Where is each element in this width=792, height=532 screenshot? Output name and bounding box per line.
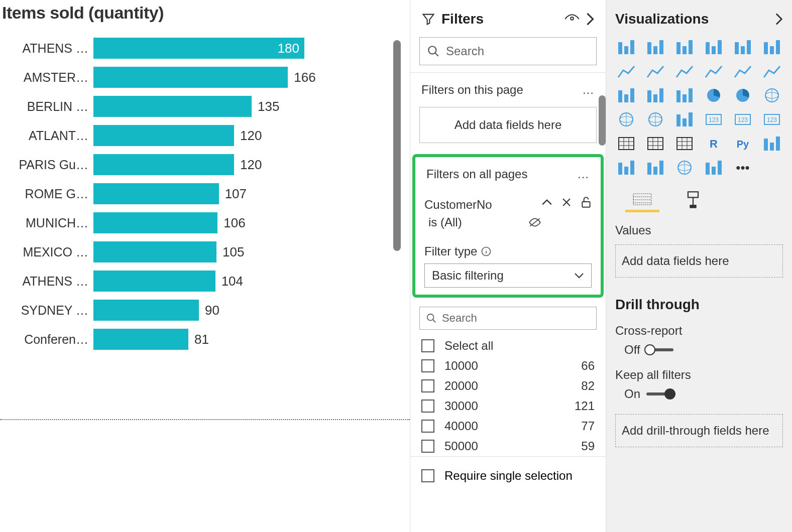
filter-option-row[interactable]: 5000059 — [410, 436, 606, 456]
viz-table-icon[interactable] — [644, 135, 666, 153]
viz-ribbon-icon[interactable] — [761, 62, 783, 80]
bar[interactable]: 120 — [93, 125, 234, 146]
filter-option-row[interactable]: 1000066 — [410, 356, 606, 376]
viz-funnel-icon[interactable] — [644, 86, 666, 104]
viz-slicer-icon[interactable] — [615, 135, 637, 153]
viz-gauge-icon[interactable] — [673, 110, 696, 128]
viz-key-influencers-icon[interactable] — [761, 135, 783, 153]
svg-rect-74 — [659, 161, 663, 175]
cross-report-toggle[interactable] — [646, 348, 673, 351]
filter-values-search[interactable] — [419, 307, 597, 330]
this-page-drop[interactable]: Add data fields here — [419, 107, 597, 143]
viz-donut-icon[interactable] — [732, 86, 754, 104]
svg-rect-84 — [688, 192, 698, 197]
filter-option-count: 77 — [581, 419, 595, 433]
viz-100-stacked-bar-icon[interactable] — [732, 38, 754, 56]
visualization-gallery: 123123123RPy••• — [615, 38, 783, 177]
bar[interactable]: 105 — [93, 241, 216, 262]
viz-treemap-icon[interactable] — [761, 86, 783, 104]
info-icon[interactable] — [481, 246, 491, 256]
bar[interactable]: 180 — [93, 38, 304, 59]
filters-search-input[interactable] — [446, 44, 596, 58]
viz-multi-row-card-icon[interactable]: 123 — [732, 110, 754, 128]
viz-map-icon[interactable] — [615, 110, 637, 128]
checkbox[interactable] — [421, 469, 434, 482]
viz-clustered-bar-icon[interactable] — [673, 38, 696, 56]
chevron-right-icon[interactable] — [775, 13, 783, 26]
viz-pie-icon[interactable] — [703, 86, 725, 104]
viz-more-icon[interactable]: ••• — [732, 159, 754, 177]
svg-rect-7 — [630, 40, 634, 54]
bar[interactable]: 81 — [93, 329, 188, 350]
filter-values-search-input[interactable] — [442, 312, 590, 325]
viz-waterfall-icon[interactable] — [615, 86, 637, 104]
keep-filters-toggle[interactable] — [646, 392, 673, 395]
values-well[interactable]: Add data fields here — [615, 244, 783, 278]
viz-stacked-bar-icon[interactable] — [615, 38, 637, 56]
checkbox[interactable] — [421, 420, 434, 433]
checkbox[interactable] — [421, 400, 434, 413]
filters-search[interactable] — [419, 37, 597, 65]
viz-qa-icon[interactable] — [644, 159, 666, 177]
more-icon[interactable]: … — [582, 83, 595, 97]
bar-value: 120 — [240, 128, 262, 144]
filter-option-row[interactable]: 2000082 — [410, 376, 606, 396]
viz-stacked-column-icon[interactable] — [703, 38, 725, 56]
viz-100-stacked-column-icon[interactable] — [761, 38, 783, 56]
viz-r-visual-icon[interactable]: R — [703, 135, 725, 153]
format-tab[interactable] — [685, 191, 702, 212]
viz-stacked-area-icon[interactable] — [673, 62, 696, 80]
viz-line-clustered-icon[interactable] — [703, 62, 725, 80]
bar[interactable]: 107 — [93, 183, 219, 204]
more-icon[interactable]: … — [577, 167, 590, 181]
checkbox[interactable] — [421, 359, 434, 372]
drill-through-well[interactable]: Add drill-through fields here — [615, 414, 783, 447]
bar[interactable]: 106 — [93, 212, 217, 233]
chevron-right-icon[interactable] — [586, 12, 595, 26]
bar-category-label: SYDNEY … — [4, 303, 93, 318]
bar-category-label: Conferen… — [4, 332, 93, 347]
checkbox[interactable] — [421, 379, 434, 392]
filter-option-count: 121 — [575, 399, 595, 413]
svg-rect-10 — [659, 40, 663, 54]
viz-line-icon[interactable] — [615, 62, 637, 80]
bar[interactable]: 90 — [93, 300, 199, 321]
filters-scroll-thumb[interactable] — [599, 95, 606, 146]
clear-icon[interactable] — [561, 197, 572, 207]
viz-matrix-icon[interactable] — [673, 135, 696, 153]
viz-clustered-column-icon[interactable] — [644, 38, 666, 56]
bar-row: ATHENS …104 — [4, 267, 410, 296]
svg-rect-67 — [770, 143, 774, 151]
viz-kpi-icon[interactable]: 123 — [761, 110, 783, 128]
bar[interactable]: 120 — [93, 154, 234, 175]
filter-option-row[interactable]: 4000077 — [410, 416, 606, 436]
lock-icon[interactable] — [581, 196, 592, 208]
hide-icon[interactable] — [528, 217, 541, 228]
svg-rect-19 — [747, 40, 751, 54]
chart-scroll-thumb[interactable] — [393, 40, 401, 251]
checkbox[interactable] — [421, 339, 434, 352]
viz-arcgis-icon[interactable] — [673, 159, 696, 177]
chevron-up-icon[interactable] — [541, 198, 552, 206]
viz-scatter-icon[interactable] — [673, 86, 696, 104]
viz-python-visual-icon[interactable]: Py — [732, 135, 754, 153]
svg-rect-70 — [624, 167, 628, 175]
viz-filled-map-icon[interactable] — [644, 110, 666, 128]
chart-scrollbar[interactable] — [393, 40, 401, 366]
fields-tab[interactable] — [625, 191, 659, 212]
eye-icon[interactable] — [564, 14, 580, 25]
viz-card-icon[interactable]: 123 — [703, 110, 725, 128]
filter-option-row[interactable]: 30000121 — [410, 396, 606, 416]
viz-area-icon[interactable] — [644, 62, 666, 80]
viz-decomposition-icon[interactable] — [615, 159, 637, 177]
bar[interactable]: 166 — [93, 67, 288, 88]
bar[interactable]: 135 — [93, 96, 252, 117]
filter-type-select[interactable]: Basic filtering — [424, 263, 592, 288]
viz-line-stacked-icon[interactable] — [732, 62, 754, 80]
checkbox[interactable] — [421, 440, 434, 453]
svg-rect-42 — [689, 112, 693, 126]
select-all-row[interactable]: Select all — [410, 336, 606, 356]
bar[interactable]: 104 — [93, 271, 215, 292]
viz-powerapps-icon[interactable] — [703, 159, 725, 177]
visualizations-title: Visualizations — [615, 11, 775, 27]
